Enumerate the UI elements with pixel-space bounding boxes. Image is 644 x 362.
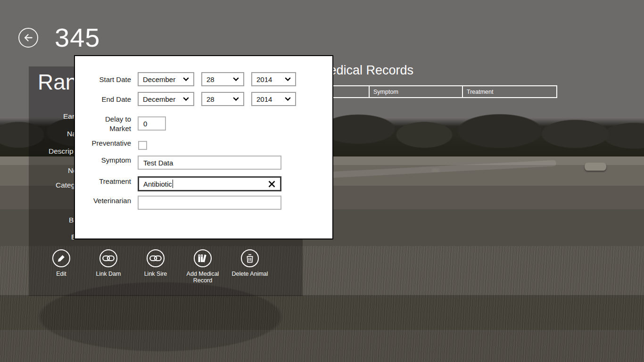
start-date-year-value: 2014 — [256, 75, 272, 83]
treatment-label: Treatment — [75, 177, 131, 186]
appbar-button-label: Delete Animal — [225, 271, 274, 277]
app-screen: Ran Ear Na Descrip No Categ Br E Edit Li… — [0, 0, 644, 362]
link-icon — [102, 255, 115, 262]
symptom-input[interactable] — [138, 156, 281, 170]
hay-bale — [585, 163, 606, 171]
appbar-button-label: Edit — [37, 271, 86, 277]
appbar-delete-animal-button[interactable]: Delete Animal — [225, 249, 274, 277]
page-title: 345 — [55, 22, 100, 53]
appbar-button-label: Link Sire — [131, 271, 180, 277]
medical-records-table: Date Symptom Treatment — [311, 85, 557, 98]
end-date-day-select[interactable]: 28 — [201, 92, 244, 106]
end-date-day-value: 28 — [206, 95, 215, 103]
start-date-year-select[interactable]: 2014 — [251, 72, 296, 86]
start-date-month-value: December — [143, 75, 175, 83]
start-date-day-select[interactable]: 28 — [201, 72, 244, 86]
app-bar-button-circle — [147, 249, 165, 267]
field-label-category: Categ — [56, 181, 75, 189]
preventative-checkbox[interactable] — [138, 141, 147, 150]
treatment-value: Antibiotic — [143, 180, 172, 188]
treatment-input[interactable]: Antibiotic — [138, 176, 281, 191]
veterinarian-label: Veterinarian — [75, 196, 131, 206]
clear-x-icon — [268, 181, 275, 188]
end-date-year-select[interactable]: 2014 — [251, 92, 296, 106]
text-caret — [173, 180, 173, 188]
chevron-down-icon — [183, 77, 189, 81]
table-header-row: Date Symptom Treatment — [312, 86, 557, 98]
app-bar-button-circle — [52, 249, 70, 267]
appbar-link-sire-button[interactable]: Link Sire — [131, 249, 180, 277]
hay-bale — [432, 168, 439, 172]
appbar-add-medical-record-button[interactable]: Add Medical Record — [178, 249, 227, 284]
delay-to-market-input[interactable] — [138, 116, 166, 131]
symptom-label: Symptom — [75, 156, 131, 165]
end-date-label: End Date — [75, 95, 131, 104]
column-header-symptom: Symptom — [369, 86, 462, 98]
app-bar-button-circle — [99, 249, 117, 267]
books-icon — [198, 254, 208, 263]
start-date-day-value: 28 — [206, 75, 215, 83]
delay-to-market-label: Delay to Market — [93, 115, 131, 133]
preventative-label: Preventative — [75, 139, 131, 148]
column-header-treatment: Treatment — [462, 86, 557, 98]
appbar-button-label: Link Dam — [84, 271, 133, 277]
end-date-year-value: 2014 — [256, 95, 272, 103]
end-date-month-value: December — [143, 95, 175, 103]
chevron-down-icon — [233, 77, 239, 81]
app-bar-button-circle — [194, 249, 212, 267]
chevron-down-icon — [233, 97, 239, 101]
appbar-link-dam-button[interactable]: Link Dam — [84, 249, 133, 277]
veterinarian-input[interactable] — [138, 196, 281, 210]
appbar-edit-button[interactable]: Edit — [37, 249, 86, 277]
back-arrow-icon — [23, 33, 33, 43]
back-button[interactable] — [18, 28, 38, 48]
field-label-description: Descrip — [49, 147, 74, 156]
chevron-down-icon — [285, 77, 291, 81]
edit-pencil-icon — [57, 254, 66, 263]
animal-panel-heading: Ran — [38, 69, 77, 95]
start-date-month-select[interactable]: December — [138, 72, 194, 86]
page-header: 345 — [0, 0, 644, 61]
trash-icon — [246, 254, 254, 263]
start-date-label: Start Date — [75, 75, 131, 84]
chevron-down-icon — [183, 97, 189, 101]
appbar-button-label: Add Medical Record — [178, 271, 227, 284]
app-bar-button-circle — [241, 249, 259, 267]
field-label-ear: Ear — [63, 112, 74, 121]
clear-text-button[interactable] — [267, 180, 276, 189]
chevron-down-icon — [285, 97, 291, 101]
link-icon — [149, 255, 162, 262]
add-medical-record-dialog: Start Date December 28 2014 End Date Dec… — [74, 55, 333, 239]
end-date-month-select[interactable]: December — [138, 92, 194, 106]
